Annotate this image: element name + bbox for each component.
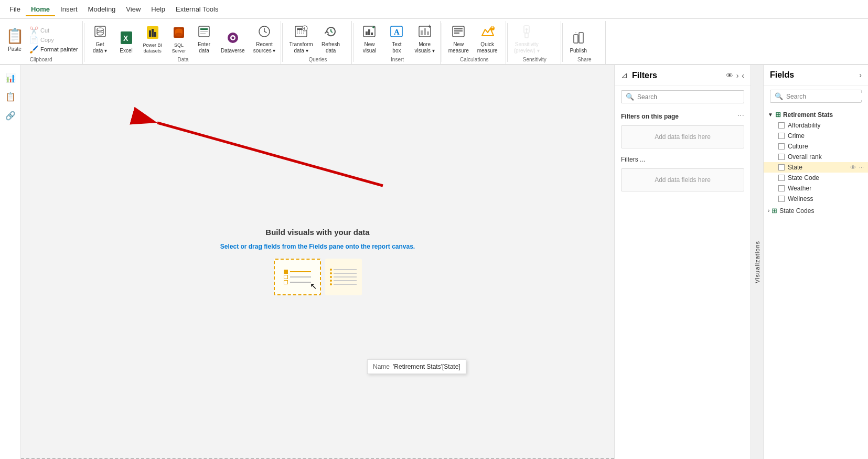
field-item-overall-rank[interactable]: Overall rank <box>764 152 868 162</box>
sql-server-button[interactable]: SQLServer <box>167 22 190 55</box>
filters-forward-icon[interactable]: › <box>736 71 739 80</box>
get-data-button[interactable]: Getdata ▾ <box>88 21 113 55</box>
filters-drop-zone-2[interactable]: Add data fields here <box>621 168 744 191</box>
cut-label: Cut <box>40 27 49 34</box>
publish-button[interactable]: Publish <box>566 27 591 55</box>
checkbox-culture[interactable] <box>778 143 785 150</box>
filters-search-box[interactable]: 🔍 <box>621 90 744 103</box>
filters-eye-icon[interactable]: 👁 <box>726 71 733 80</box>
recent-sources-icon <box>256 23 273 40</box>
fields-search-icon: 🔍 <box>775 92 783 100</box>
fields-group-header-retirement-stats[interactable]: ▼ ⊞ Retirement Stats <box>764 109 868 120</box>
checkbox-weather[interactable] <box>778 185 785 191</box>
fields-search-box[interactable]: 🔍 <box>770 90 862 103</box>
share-group-label: Share <box>566 55 603 64</box>
recent-sources-label: Recentsources ▾ <box>253 41 276 54</box>
paste-button[interactable]: 📋 Paste <box>2 26 27 55</box>
visualizations-tab[interactable]: Visualizations <box>751 65 763 459</box>
menu-item-home[interactable]: Home <box>26 2 55 16</box>
cursor-icon: ↖ <box>310 281 317 291</box>
state-eye-icon[interactable]: 👁 <box>850 164 856 170</box>
build-visuals-heading: Build visuals with your data <box>265 228 369 237</box>
menu-item-modeling[interactable]: Modeling <box>83 2 121 16</box>
filters-more-dots[interactable]: ··· <box>737 111 744 120</box>
publish-label: Publish <box>570 48 587 54</box>
separator-3 <box>353 23 353 62</box>
checkbox-affordability[interactable] <box>778 122 785 129</box>
checkbox-state-code[interactable] <box>778 175 785 181</box>
power-bi-icon <box>144 24 161 41</box>
svg-line-29 <box>331 31 333 33</box>
model-view-icon[interactable]: 🔗 <box>2 107 19 124</box>
quick-measure-button[interactable]: Quickmeasure <box>474 21 501 55</box>
canvas-area[interactable]: Build visuals with your data Select or d… <box>21 65 614 459</box>
report-view-icon[interactable]: 📊 <box>2 69 19 86</box>
field-label-wellness: Wellness <box>788 195 813 202</box>
dataverse-button[interactable]: Dataverse <box>218 27 248 55</box>
field-item-state-code[interactable]: State Code <box>764 173 868 183</box>
svg-line-59 <box>157 123 383 186</box>
filters-back-icon[interactable]: ‹ <box>742 71 744 80</box>
queries-group-label: Queries <box>286 55 349 64</box>
fields-search-input[interactable] <box>786 93 865 100</box>
menu-item-insert[interactable]: Insert <box>55 2 83 16</box>
checkbox-crime[interactable] <box>778 133 785 139</box>
menu-item-external-tools[interactable]: External Tools <box>170 2 223 16</box>
data-view-icon[interactable]: 📋 <box>2 88 19 105</box>
new-visual-button[interactable]: Newvisual <box>357 21 382 55</box>
refresh-icon <box>323 23 339 40</box>
separator-5 <box>507 23 508 62</box>
menu-item-file[interactable]: File <box>4 2 26 16</box>
transform-data-icon <box>293 23 309 40</box>
field-item-weather[interactable]: Weather <box>764 183 868 194</box>
power-bi-datasets-button[interactable]: Power BIdatasets <box>140 22 166 55</box>
checkbox-state[interactable] <box>778 164 785 170</box>
chevron-down-icon: ▼ <box>768 112 773 118</box>
separator-4 <box>442 23 442 62</box>
svg-rect-55 <box>574 35 578 43</box>
cut-icon: ✂️ <box>29 26 38 35</box>
checkbox-overall-rank[interactable] <box>778 154 785 160</box>
copy-button[interactable]: 📄 Copy <box>27 35 80 45</box>
menu-item-view[interactable]: View <box>121 2 146 16</box>
filters-section-2-label: Filters ... <box>615 152 651 165</box>
new-visual-icon <box>361 23 378 40</box>
svg-rect-46 <box>454 30 463 31</box>
svg-text:X: X <box>123 34 128 42</box>
table-icon-state-codes: ⊞ <box>771 207 777 215</box>
filters-search-input[interactable] <box>637 93 740 101</box>
format-painter-button[interactable]: 🖌️ Format painter <box>27 45 80 54</box>
text-box-button[interactable]: A Textbox <box>384 21 409 55</box>
recent-sources-button[interactable]: Recentsources ▾ <box>250 21 279 55</box>
field-item-state[interactable]: State 👁 ··· <box>764 162 868 173</box>
paste-icon: 📋 <box>6 28 23 45</box>
field-item-culture[interactable]: Culture <box>764 141 868 152</box>
fields-subgroup-state-codes[interactable]: › ⊞ State Codes <box>764 205 868 216</box>
power-bi-label: Power BIdatasets <box>143 42 163 54</box>
field-item-affordability[interactable]: Affordability <box>764 120 868 131</box>
sensitivity-button[interactable]: Sensitivity(preview) ▾ <box>511 21 543 55</box>
more-visuals-button[interactable]: Morevisuals ▾ <box>411 21 437 55</box>
refresh-button[interactable]: Refreshdata <box>318 21 344 55</box>
list-visual-placeholder <box>325 259 362 295</box>
filters-title: Filters <box>632 71 722 80</box>
new-measure-button[interactable]: Newmeasure <box>445 21 472 55</box>
state-more-icon[interactable]: ··· <box>859 164 864 170</box>
transform-data-button[interactable]: Transformdata ▾ <box>286 21 316 55</box>
excel-button[interactable]: X Excel <box>115 27 138 55</box>
enter-data-button[interactable]: Enterdata <box>192 21 216 55</box>
menu-item-help[interactable]: Help <box>146 2 170 16</box>
fields-close-icon[interactable]: › <box>859 71 862 79</box>
build-visuals-subtext: Select or drag fields from the Fields pa… <box>220 243 415 250</box>
svg-rect-18 <box>200 33 206 34</box>
subtext-prefix: Select or drag fields from the <box>220 243 309 250</box>
get-data-label: Getdata ▾ <box>93 41 107 54</box>
filter-funnel-icon: ⊿ <box>621 70 628 80</box>
checkbox-wellness[interactable] <box>778 196 785 202</box>
sql-server-label: SQLServer <box>172 42 186 54</box>
separator-1 <box>84 23 84 62</box>
cut-button[interactable]: ✂️ Cut <box>27 26 80 35</box>
field-item-wellness[interactable]: Wellness <box>764 194 868 204</box>
filters-drop-zone-1[interactable]: Add data fields here <box>621 125 744 148</box>
field-item-crime[interactable]: Crime <box>764 131 868 141</box>
